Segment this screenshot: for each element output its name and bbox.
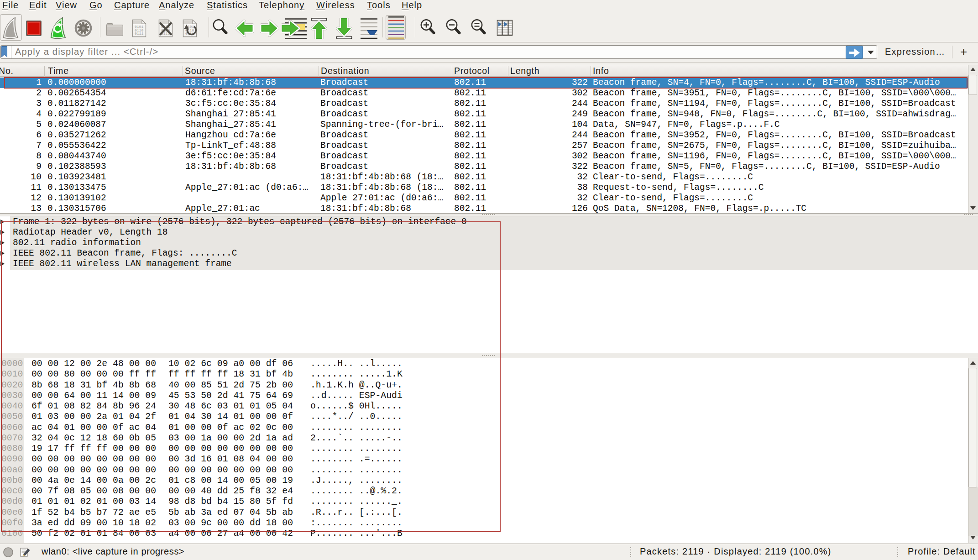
svg-text:0111: 0111: [135, 31, 143, 36]
